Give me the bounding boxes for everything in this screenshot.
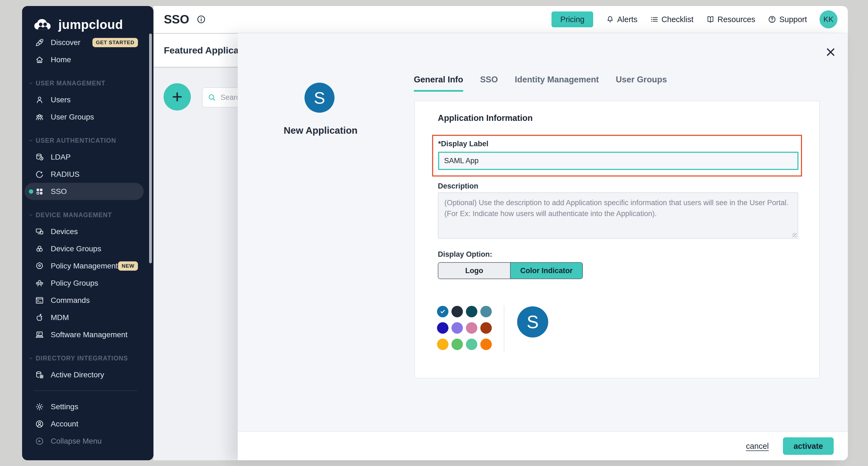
sidebar: jumpcloud Discover GET STARTED Home USER… [22,6,153,460]
sidebar-item-policy-management[interactable]: Policy Management NEW [22,257,153,274]
sidebar-item-radius[interactable]: RADIUS [22,166,153,183]
support-label: Support [779,15,807,24]
check-icon [439,308,446,315]
sidebar-item-label: Devices [51,227,78,236]
sidebar-item-ldap[interactable]: LDAP [22,148,153,166]
description-textarea[interactable]: (Optional) Use the description to add Ap… [438,192,798,239]
close-icon [824,45,837,59]
tab-identity-management[interactable]: Identity Management [515,75,599,92]
sidebar-item-commands[interactable]: Commands [22,292,153,309]
question-circle-icon [768,15,776,24]
sidebar-section-device-management[interactable]: DEVICE MANAGEMENT [22,208,153,222]
option-logo[interactable]: Logo [438,263,510,279]
pricing-button[interactable]: Pricing [552,11,593,27]
tab-user-groups[interactable]: User Groups [616,75,667,92]
color-swatch[interactable] [480,306,492,317]
collapse-arrow-icon [35,437,44,446]
color-swatch[interactable] [480,322,492,334]
bell-icon [606,15,615,24]
sidebar-section-user-management[interactable]: USER MANAGEMENT [22,77,153,90]
chevron-down-icon [28,138,34,143]
color-indicator-preview: S [517,307,548,338]
user-avatar[interactable]: KK [819,10,837,28]
sidebar-item-label: Settings [51,402,78,411]
sidebar-item-devices[interactable]: Devices [22,223,153,240]
gear-icon [35,402,44,411]
sidebar-item-software-management[interactable]: Software Management [22,326,153,343]
color-swatch[interactable] [466,322,477,334]
resize-handle[interactable] [792,233,797,237]
resources-button[interactable]: Resources [706,15,755,24]
display-label-highlight-box: *Display Label [432,135,802,177]
chevron-down-icon [28,355,34,361]
policy-management-icon [35,261,44,271]
home-icon [35,55,44,64]
sidebar-scrollbar[interactable] [149,34,152,263]
sidebar-item-label: Policy Groups [51,279,98,288]
color-swatch[interactable] [466,306,477,317]
account-icon [35,419,44,429]
header-actions: Pricing Alerts Checklist Resources Suppo… [552,10,837,28]
tab-general-info[interactable]: General Info [414,75,463,92]
sidebar-item-users[interactable]: Users [22,91,153,108]
radius-gauge-icon [35,170,44,179]
color-swatch[interactable] [480,339,492,350]
checklist-icon [650,15,659,24]
display-option-toggle: Logo Color Indicator [438,262,583,279]
jumpcloud-cloud-icon [33,17,54,32]
color-swatch[interactable] [452,339,463,350]
alerts-label: Alerts [617,15,638,24]
search-icon [207,92,217,102]
sidebar-item-label: User Groups [51,113,94,121]
sidebar-section-user-authentication[interactable]: USER AUTHENTICATION [22,134,153,147]
option-color-indicator[interactable]: Color Indicator [510,263,582,279]
color-swatch-selected[interactable] [437,306,448,317]
sidebar-section-directory-integrations[interactable]: DIRECTORY INTEGRATIONS [22,351,153,365]
section-title: DEVICE MANAGEMENT [36,211,112,219]
logo-wordmark: jumpcloud [58,17,123,32]
description-placeholder: (Optional) Use the description to add Ap… [444,197,792,219]
sidebar-item-policy-groups[interactable]: Policy Groups [22,274,153,292]
sidebar-item-device-groups[interactable]: Device Groups [22,240,153,257]
sidebar-item-sso[interactable]: SSO [25,183,144,200]
sidebar-item-home[interactable]: Home [22,51,153,68]
cancel-button[interactable]: cancel [746,442,769,451]
support-button[interactable]: Support [768,15,807,24]
active-directory-icon [35,370,44,380]
sidebar-item-collapse-menu[interactable]: Collapse Menu [22,432,153,449]
checklist-button[interactable]: Checklist [650,15,693,24]
page-title: SSO [164,12,189,26]
jumpcloud-logo[interactable]: jumpcloud [22,6,153,34]
sidebar-item-mdm[interactable]: MDM [22,309,153,326]
sidebar-item-user-groups[interactable]: User Groups [22,108,153,125]
user-groups-icon [35,112,44,122]
color-swatch[interactable] [452,306,463,317]
chevron-down-icon [28,81,34,86]
section-title: USER AUTHENTICATION [36,137,116,144]
sidebar-item-active-directory[interactable]: Active Directory [22,366,153,383]
modal-footer: cancel activate [238,431,848,460]
color-swatch[interactable] [466,339,477,350]
sidebar-item-discover[interactable]: Discover GET STARTED [22,34,153,51]
display-label-input[interactable] [438,152,799,170]
activate-button[interactable]: activate [783,437,834,455]
add-application-button[interactable] [163,83,191,111]
color-swatch[interactable] [437,322,448,334]
close-modal-button[interactable] [824,45,837,59]
resources-label: Resources [717,15,755,24]
rocket-icon [35,38,44,47]
sidebar-item-label: Home [51,55,71,64]
sidebar-item-account[interactable]: Account [22,415,153,432]
color-swatch[interactable] [437,339,448,350]
color-swatch[interactable] [452,322,463,334]
info-icon[interactable] [196,14,206,24]
device-groups-icon [35,244,44,254]
commands-terminal-icon [35,296,44,305]
ldap-database-icon [35,152,44,162]
sidebar-item-settings[interactable]: Settings [22,398,153,415]
tab-sso[interactable]: SSO [480,75,498,92]
sidebar-item-label: Users [51,95,71,104]
get-started-badge: GET STARTED [92,38,138,47]
sidebar-item-label: Policy Management [51,262,118,270]
alerts-button[interactable]: Alerts [606,15,638,24]
